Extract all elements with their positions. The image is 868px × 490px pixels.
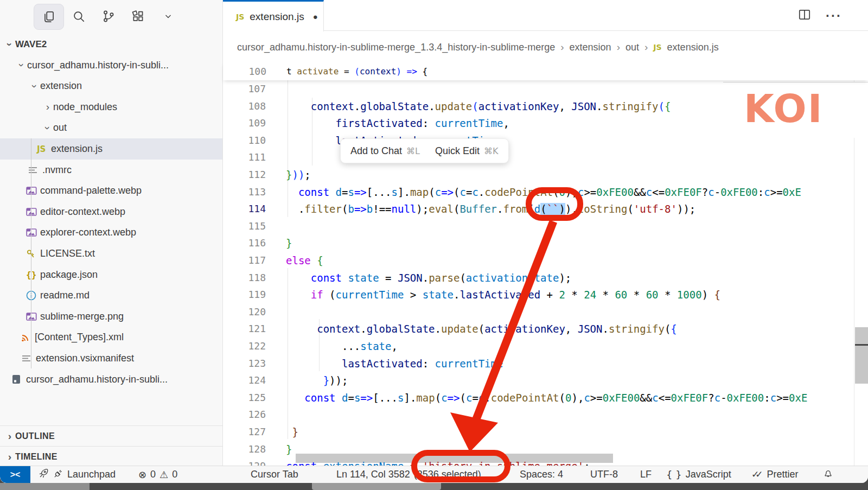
tree-item-node-modules[interactable]: ›node_modules	[0, 97, 222, 118]
code-line-117[interactable]: 117else {	[222, 252, 868, 269]
encoding-status[interactable]: UTF-8	[590, 466, 618, 483]
line-number[interactable]: 126	[222, 406, 266, 423]
line-number[interactable]: 121	[222, 320, 266, 338]
tree-item-sublime-merge-png[interactable]: sublime-merge.png	[0, 306, 222, 327]
tab-extension-js[interactable]: JS extension.js ●	[223, 0, 324, 31]
line-number[interactable]: 113	[222, 183, 266, 201]
problems-status[interactable]: ⊗ 0 ⚠ 0	[138, 466, 177, 483]
sticky-line-code: t activate = (context) => {	[286, 62, 427, 80]
line-number[interactable]: 116	[222, 234, 266, 252]
code-token: ,	[503, 117, 509, 129]
code-token: d	[336, 186, 342, 198]
line-number[interactable]: 109	[222, 114, 266, 132]
code-line-122[interactable]: 122 ...state,	[222, 338, 868, 355]
breadcrumb-item[interactable]: extension	[570, 42, 611, 53]
tree-item-command-palette-webp[interactable]: command-palette.webp	[0, 180, 222, 201]
formatter-status[interactable]: ✓✓ Prettier	[751, 466, 799, 483]
line-number[interactable]: 125	[222, 389, 266, 406]
tree-item-package-json[interactable]: {}package.json	[0, 264, 222, 285]
source-control-icon[interactable]	[101, 9, 116, 24]
code-line-text: lastActivated: currentTime	[286, 355, 503, 372]
line-number[interactable]: 119	[222, 286, 266, 303]
code-token: +	[540, 289, 559, 301]
line-number[interactable]: 111	[222, 149, 266, 166]
files-icon[interactable]	[34, 4, 64, 30]
tree-item-explorer-context-webp[interactable]: explorer-context.webp	[0, 222, 222, 243]
eol-status[interactable]: LF	[640, 466, 652, 483]
code-line-128[interactable]: 128}	[222, 441, 868, 458]
tree-item-license-txt[interactable]: LICENSE.txt	[0, 243, 222, 264]
modified-dot-icon[interactable]: ●	[313, 12, 318, 21]
tree-item-wave2[interactable]: ›WAVE2	[0, 34, 222, 55]
search-icon[interactable]	[71, 9, 86, 24]
code-line-119[interactable]: 119 if (currentTime > state.lastActivate…	[222, 286, 868, 303]
launchpad-button[interactable]: Launchpad	[38, 466, 116, 483]
timeline-section[interactable]: › TIMELINE	[0, 446, 222, 467]
code-token: ?	[702, 186, 708, 198]
notifications-status[interactable]	[822, 466, 834, 483]
quick-edit-button[interactable]: Quick Edit ⌘K	[435, 145, 499, 157]
code-line-text: }	[286, 441, 292, 458]
code-token: 24	[584, 289, 596, 301]
tree-item--nvmrc[interactable]: .nvmrc	[0, 160, 222, 181]
breadcrumb-item[interactable]: out	[626, 42, 639, 53]
line-number[interactable]: 108	[222, 98, 266, 115]
code-line-116[interactable]: 116}	[222, 234, 868, 252]
breadcrumb-item[interactable]: cursor_adhamu.history-in-sublime-merge_1…	[237, 42, 555, 53]
more-actions-icon[interactable]: ···	[826, 10, 842, 21]
tree-item-cursor-adhamu-history-in-subli-[interactable]: ›cursor_adhamu.history-in-subli...	[0, 55, 222, 76]
code-token: =>	[448, 392, 460, 404]
code-line-111[interactable]: 111	[222, 149, 868, 166]
tree-item-extension-js[interactable]: JSextension.js	[0, 138, 222, 160]
chevron-down-icon[interactable]	[161, 9, 176, 24]
breadcrumb-item[interactable]: extension.js	[667, 42, 719, 53]
code-line-120[interactable]: 120	[222, 303, 868, 321]
tree-item-editor-context-webp[interactable]: editor-context.webp	[0, 201, 222, 222]
code-line-112[interactable]: 112}));	[222, 166, 868, 183]
add-to-chat-shortcut: ⌘L	[406, 146, 420, 156]
sidebar: ›WAVE2›cursor_adhamu.history-in-subli...…	[0, 0, 223, 483]
line-number[interactable]: 117	[222, 252, 266, 269]
code-line-118[interactable]: 118 const state = JSON.parse(activationS…	[222, 269, 868, 287]
tree-item-out[interactable]: ›out	[0, 117, 222, 138]
tree-item--content-types-xml[interactable]: [Content_Types].xml	[0, 327, 222, 348]
cursor-tab-status[interactable]: Cursor Tab	[251, 466, 298, 483]
line-number[interactable]: 123	[222, 355, 266, 372]
line-number[interactable]: 120	[222, 303, 266, 321]
tree-item-extension-vsixmanifest[interactable]: extension.vsixmanifest	[0, 348, 222, 369]
line-number[interactable]: 124	[222, 372, 266, 389]
line-number[interactable]: 115	[222, 218, 266, 235]
code-line-125[interactable]: 125 const d=s=>[...s].map(c=>(c=c.codePo…	[222, 389, 868, 406]
chevron-right-icon: ›	[42, 101, 53, 113]
tree-item-label: package.json	[40, 269, 98, 281]
line-number[interactable]: 118	[222, 269, 266, 287]
line-number[interactable]: 114	[222, 200, 266, 218]
tree-item-readme-md[interactable]: readme.md	[0, 285, 222, 306]
code-line-126[interactable]: 126	[222, 406, 868, 423]
remote-indicator[interactable]: ><	[0, 466, 30, 483]
screenshot-root: JS extension.js ● ··· cursor_adhamu.hist…	[0, 0, 868, 490]
line-number[interactable]: 128	[222, 441, 266, 458]
split-editor-icon[interactable]	[797, 8, 812, 24]
code-token: 0	[565, 392, 571, 404]
outline-section[interactable]: › OUTLINE	[0, 425, 222, 447]
line-number[interactable]: 112	[222, 166, 266, 183]
line-number[interactable]: 127	[222, 423, 266, 441]
language-status[interactable]: { } JavaScript	[666, 466, 731, 483]
code-token: =>	[354, 203, 367, 215]
indentation-status[interactable]: Spaces: 4	[520, 466, 563, 483]
line-number[interactable]: 100	[223, 62, 266, 80]
annotation-ring-selection	[411, 450, 510, 482]
tree-item-extension[interactable]: ›extension	[0, 75, 222, 97]
code-line-124[interactable]: 124 }));	[222, 372, 868, 389]
add-to-chat-button[interactable]: Add to Chat ⌘L	[350, 145, 420, 157]
line-number[interactable]: 107	[222, 80, 266, 98]
line-number[interactable]: 122	[222, 338, 266, 355]
line-number[interactable]: 110	[222, 132, 266, 149]
code-line-121[interactable]: 121 context.globalState.update(activatio…	[222, 320, 868, 338]
tree-item-cursor-adhamu-history-in-subli-[interactable]: cursor_adhamu.history-in-subli...	[0, 369, 222, 390]
sticky-scroll-line[interactable]: 100 t activate = (context) => {	[223, 62, 868, 80]
code-line-127[interactable]: 127 }	[222, 423, 868, 441]
code-line-123[interactable]: 123 lastActivated: currentTime	[222, 355, 868, 372]
extensions-icon[interactable]	[131, 9, 146, 24]
